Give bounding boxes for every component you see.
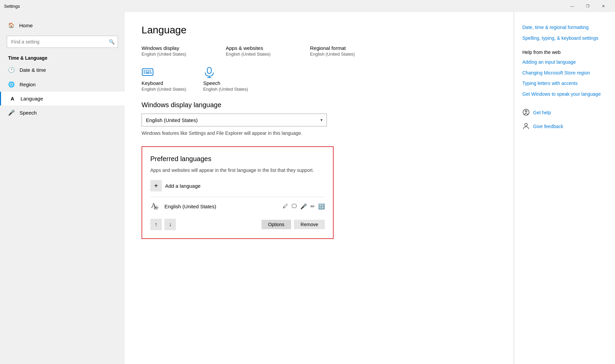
window-controls: — ❐ ✕ [564,0,611,12]
sidebar-item-speech[interactable]: 🎤 Speech [0,105,125,120]
sidebar-search-container: 🔍 [7,36,118,48]
region-icon: 🌐 [8,81,15,88]
date-time-icon: 🕐 [8,67,15,73]
keyboard-value: English (United States) [142,87,186,92]
search-icon: 🔍 [109,39,115,44]
add-language-label: Add a language [165,183,201,189]
svg-rect-3 [148,70,149,71]
svg-rect-0 [142,69,153,75]
windows-display-value: English (United States) [142,52,216,57]
language-icon: A [9,96,16,101]
svg-text:ǣ: ǣ [154,205,158,210]
edit-icon: ✏ [310,203,315,210]
window-title: Settings [4,4,20,9]
display-language-dropdown[interactable]: English (United States) ▾ [142,114,327,126]
remove-button[interactable]: Remove [294,220,325,229]
options-button[interactable]: Options [262,220,291,229]
right-panel: Date, time & regional formatting Spellin… [514,12,615,364]
dropdown-chevron-icon: ▾ [320,118,322,122]
home-icon: 🏠 [8,22,14,28]
sidebar-section-label: Time & Language [0,52,125,63]
apps-websites-label: Apps & websites [226,45,300,51]
changing-store-region-link[interactable]: Changing Microsoft Store region [522,70,607,77]
svg-point-14 [525,110,527,112]
get-help-item[interactable]: Get help [522,109,607,118]
apps-websites-item: Apps & websites English (United States) [226,45,300,57]
regional-format-value: English (United States) [310,52,384,57]
microphone-icon: 🎤 [300,203,307,210]
svg-rect-8 [207,67,211,73]
main-content: Language Windows display English (United… [125,12,514,364]
apps-websites-value: English (United States) [226,52,300,57]
app-body: 🏠 Home 🔍 Time & Language 🕐 Date & time 🌐… [0,12,615,364]
typing-accents-link[interactable]: Typing letters with accents [522,80,607,87]
add-language-row[interactable]: + Add a language [150,180,325,191]
give-feedback-item[interactable]: Give feedback [522,122,607,131]
icon-row: Keyboard English (United States) Speech … [142,66,497,92]
give-feedback-link[interactable]: Give feedback [533,123,563,130]
language-entry-buttons: ↑ ↓ Options Remove [150,219,325,230]
close-button[interactable]: ✕ [595,0,611,12]
sidebar-item-region[interactable]: 🌐 Region [0,77,125,92]
sidebar-item-language[interactable]: A Language [0,92,125,105]
regional-format-label: Regional format [310,45,384,51]
dropdown-value: English (United States) [146,117,197,123]
preferred-languages-section: Preferred languages Apps and websites wi… [142,146,334,239]
regional-format-item: Regional format English (United States) [310,45,384,57]
svg-point-15 [525,123,527,126]
give-feedback-icon [522,122,530,131]
display-lang-note: Windows features like Settings and File … [142,130,330,137]
speech-item-icon [203,66,215,78]
svg-rect-2 [146,70,147,71]
sidebar-date-time-label: Date & time [20,67,46,73]
keyboard-label: Keyboard [142,80,163,86]
get-windows-speak-link[interactable]: Get Windows to speak your language [522,91,607,98]
sidebar-item-date-time[interactable]: 🕐 Date & time [0,63,125,77]
date-time-formatting-link[interactable]: Date, time & regional formatting [522,24,607,31]
move-down-button[interactable]: ↓ [164,219,176,230]
preferred-languages-desc: Apps and websites will appear in the fir… [150,167,325,174]
windows-display-label: Windows display [142,45,216,51]
speech-item[interactable]: Speech English (United States) [203,66,248,92]
speech-icon-label: Speech [203,80,220,86]
help-from-web-title: Help from the web [522,50,607,55]
keyboard-item[interactable]: Keyboard English (United States) [142,66,186,92]
language-entry-icon: A ǣ [150,201,160,212]
minimize-button[interactable]: — [564,0,580,12]
windows-display-item: Windows display English (United States) [142,45,216,57]
svg-rect-4 [150,70,151,71]
language-entry-action-icons: 🖊 🖵 🎤 ✏ 🔡 [283,203,325,210]
home-label: Home [19,23,33,28]
svg-rect-6 [146,72,150,73]
adding-input-language-link[interactable]: Adding an input language [522,59,607,66]
keyboard-icon [142,66,154,78]
sidebar-region-label: Region [20,82,36,87]
titlebar: Settings — ❐ ✕ [0,0,615,12]
search-input[interactable] [7,36,118,48]
svg-rect-5 [144,72,145,73]
sidebar-speech-label: Speech [20,110,37,116]
restore-button[interactable]: ❐ [580,0,595,12]
get-help-link[interactable]: Get help [533,110,551,116]
spelling-typing-link[interactable]: Spelling, typing, & keyboard settings [522,35,607,42]
display-icon: 🖵 [291,203,297,209]
windows-display-language-title: Windows display language [142,101,497,109]
sidebar-language-label: Language [21,96,43,101]
svg-rect-7 [150,72,152,73]
sidebar: 🏠 Home 🔍 Time & Language 🕐 Date & time 🌐… [0,12,125,364]
handwriting-icon: 🖊 [283,203,288,209]
add-language-button[interactable]: + [150,180,162,191]
svg-rect-1 [144,70,145,71]
speech-icon: 🎤 [8,110,15,116]
language-info-grid: Windows display English (United States) … [142,45,497,57]
move-up-button[interactable]: ↑ [150,219,162,230]
page-title: Language [142,24,497,36]
sidebar-home-button[interactable]: 🏠 Home [0,19,125,32]
preferred-languages-title: Preferred languages [150,155,325,163]
language-entry-name: English (United States) [164,204,283,209]
language-entry: A ǣ English (United States) 🖊 🖵 🎤 ✏ 🔡 [150,197,325,215]
get-help-icon [522,109,530,118]
speech-icon-value: English (United States) [203,87,248,92]
spellcheck-icon: 🔡 [318,203,325,210]
